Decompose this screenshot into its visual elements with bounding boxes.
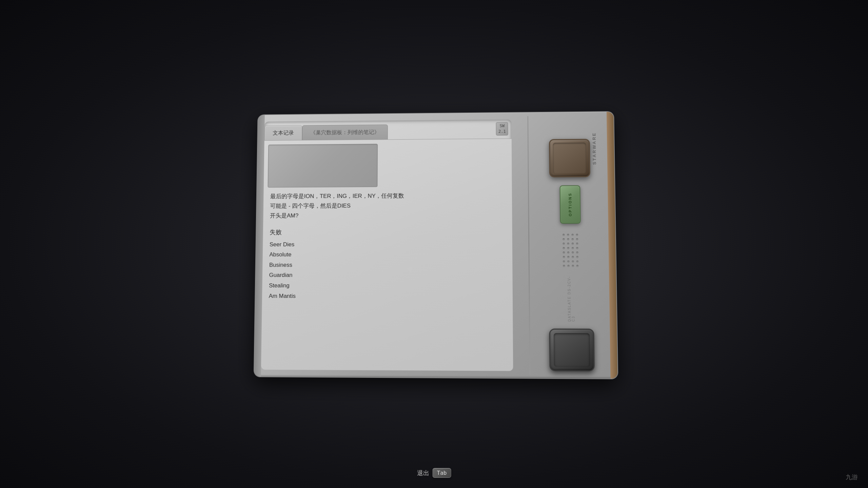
speaker-dot (572, 247, 574, 249)
speaker-dot (567, 265, 569, 267)
tab-hive-data-label: 《巢穴数据板：列维的笔记》 (310, 129, 379, 136)
speaker-dot (572, 261, 574, 263)
photo-placeholder (268, 144, 378, 187)
list-item: Stealing (269, 281, 509, 291)
speaker-dot (567, 256, 569, 258)
screen-panel: 文本记录 《巢穴数据板：列维的笔记》 SW 2.1 最后的字母是ION，TER，… (261, 119, 513, 371)
tab-text-log-label: 文本记录 (273, 129, 294, 137)
dataslate-device: 文本记录 《巢穴数据板：列维的笔记》 SW 2.1 最后的字母是ION，TER，… (254, 112, 618, 379)
list-item: Business (269, 260, 509, 270)
options-label: OPTIONS (568, 192, 572, 217)
speaker-dot (576, 265, 578, 267)
speaker-dot (572, 256, 574, 258)
speaker-dot (563, 234, 565, 236)
starware-label: STARWARE (591, 132, 597, 165)
speaker-dot (563, 252, 565, 254)
speaker-dot (567, 238, 569, 240)
speaker-dot (567, 234, 569, 236)
panel-separator (527, 116, 530, 374)
sw-version-badge: SW 2.1 (496, 122, 508, 135)
speaker-dot (563, 238, 565, 240)
list-item: Am Mantis (269, 291, 509, 302)
bottom-bar: 退出 Tab (417, 468, 451, 478)
speaker-dot (576, 247, 578, 249)
speaker-dot (563, 243, 565, 245)
tab-key-badge[interactable]: Tab (433, 468, 451, 478)
speaker-dot (563, 265, 565, 267)
speaker-dot (567, 247, 569, 249)
main-paragraph: 最后的字母是ION，TER，ING，IER，NY，任何复数 可能是 - 四个字母… (270, 191, 509, 221)
dataslate-model-label: DATASLATE DS-2CV-C3 (567, 273, 575, 322)
watermark: 九游 (846, 473, 858, 481)
section-label: 失败 (270, 227, 509, 236)
speaker-dot (563, 247, 565, 249)
list-item: Seer Dies (270, 239, 509, 250)
speaker-dot (571, 238, 573, 240)
bottom-button[interactable] (549, 328, 595, 371)
speaker-dot (567, 243, 569, 245)
list-item: Absolute (269, 249, 509, 260)
top-button[interactable] (549, 139, 590, 177)
speaker-dot (576, 234, 578, 236)
speaker-dot (576, 261, 578, 263)
speaker-dot (571, 243, 573, 245)
speaker-dot (567, 252, 569, 254)
list-item: Guardian (269, 270, 509, 281)
speaker-dot (572, 265, 574, 267)
speaker-dot (576, 252, 578, 254)
list-items: Seer Dies Absolute Business Guardian Ste… (269, 239, 509, 302)
content-text: 最后的字母是ION，TER，ING，IER，NY，任何复数 可能是 - 四个字母… (269, 191, 509, 302)
speaker-dot (563, 261, 565, 263)
tab-hive-data[interactable]: 《巢穴数据板：列维的笔记》 (302, 124, 388, 140)
control-panel: STARWARE OPTIONS (532, 119, 610, 371)
content-area: 最后的字母是ION，TER，ING，IER，NY，任何复数 可能是 - 四个字母… (261, 139, 513, 371)
speaker-dot (567, 261, 569, 263)
speaker-dot (563, 256, 565, 258)
speaker-dot (572, 252, 574, 254)
exit-label: 退出 (417, 469, 429, 477)
tab-bar: 文本记录 《巢穴数据板：列维的笔记》 SW 2.1 (264, 119, 512, 141)
tab-text-log[interactable]: 文本记录 (264, 125, 302, 141)
speaker-dot (576, 238, 578, 240)
device-body: 文本记录 《巢穴数据板：列维的笔记》 SW 2.1 最后的字母是ION，TER，… (254, 112, 618, 379)
speaker-dot (571, 234, 573, 236)
speaker-dot (576, 243, 578, 245)
speaker-dot (576, 256, 578, 258)
speaker-grille (563, 234, 579, 268)
options-button[interactable]: OPTIONS (560, 185, 581, 224)
